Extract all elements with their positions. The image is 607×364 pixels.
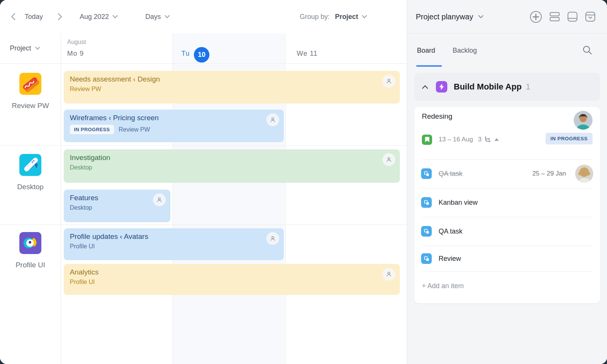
checklist-item-label[interactable]: QA task [439, 228, 462, 235]
event-subtitle: Desktop [70, 204, 164, 211]
checklist-item-label[interactable]: QA task [439, 170, 462, 178]
checklist-item[interactable]: Review [414, 246, 600, 271]
group-by-control[interactable]: Group by: Project [300, 0, 367, 33]
parrot-icon [0, 232, 61, 256]
person-icon[interactable] [266, 113, 279, 126]
event-subtitle: Review PW [70, 86, 394, 93]
grid-line [0, 63, 407, 64]
group-by-header[interactable]: Project [10, 33, 40, 63]
today-label: Today [25, 13, 43, 21]
zoom-scale-selector[interactable]: Days [145, 0, 170, 33]
event-subtitle: Review PW [119, 126, 150, 133]
event-subtitle: Profile UI [70, 243, 278, 250]
hotdog-icon [0, 73, 61, 96]
task-date-range[interactable]: 13 – 16 Aug [439, 136, 473, 143]
board-selector[interactable]: Project planyway [416, 0, 484, 33]
calendar-toolbar: Today Aug 2022 Days Group by: Project [0, 0, 407, 33]
chevron-left-icon [11, 13, 16, 20]
card-link-icon [421, 197, 432, 208]
checklist-item[interactable]: Kanban view [414, 188, 600, 217]
month-selector[interactable]: Aug 2022 [80, 0, 118, 33]
group-by-value: Project [335, 13, 358, 21]
group-label: Desktop [0, 183, 61, 191]
month-selector-value: Aug 2022 [80, 13, 109, 21]
card-link-icon [421, 168, 432, 179]
prev-period-button[interactable] [11, 0, 16, 33]
lightning-icon [436, 81, 447, 93]
timeline-calendar: Today Aug 2022 Days Group by: Project [0, 0, 407, 364]
event-needs-assessment[interactable]: Needs assessment ‹ Design Review PW [64, 71, 400, 104]
assignee-avatar[interactable] [574, 111, 593, 130]
plus-circle-icon[interactable] [530, 11, 542, 23]
subtasks-icon [484, 136, 491, 143]
month-label: August [67, 39, 86, 46]
scale-selector-value: Days [145, 13, 161, 21]
day-header-mo9[interactable]: Mo 9 [67, 50, 84, 58]
app-window: Today Aug 2022 Days Group by: Project [0, 0, 607, 364]
checklist-item-label[interactable]: Kanban view [439, 199, 478, 207]
tab-backlog[interactable]: Backlog [453, 47, 477, 55]
chevron-down-icon [112, 15, 118, 19]
group-label: Profile UI [0, 261, 61, 269]
card-link-icon [421, 253, 432, 264]
bookmark-icon [422, 135, 432, 145]
grid-line [0, 224, 407, 225]
divider [422, 271, 593, 272]
checklist-item-label[interactable]: Review [439, 255, 461, 263]
chevron-right-icon [58, 13, 63, 20]
event-title: Analytics [70, 268, 394, 276]
person-icon[interactable] [382, 75, 395, 88]
event-analytics[interactable]: Analytics Profile UI [64, 264, 400, 295]
sidebar-group-profile-ui[interactable]: Profile UI [0, 232, 61, 269]
chevron-down-icon [478, 15, 484, 19]
event-features[interactable]: Features Desktop [64, 190, 170, 222]
tab-board[interactable]: Board [417, 47, 435, 55]
add-item-button[interactable]: + Add an item [422, 282, 464, 290]
card-link-icon [421, 226, 432, 237]
panel-bottom-icon[interactable] [567, 11, 578, 22]
chevron-down-icon [35, 47, 40, 50]
event-investigation[interactable]: Investigation Desktop [64, 149, 400, 183]
day-header-we11[interactable]: We 11 [297, 50, 318, 58]
person-icon[interactable] [153, 193, 166, 206]
event-title: Wireframes ‹ Pricing screen [70, 114, 278, 122]
grid-line [61, 33, 61, 364]
today-button[interactable]: Today [25, 0, 43, 33]
event-profile-updates[interactable]: Profile updates ‹ Avatars Profile UI [64, 228, 284, 260]
group-by-label: Group by: [300, 13, 330, 21]
chevron-up-icon[interactable] [422, 85, 428, 89]
status-badge[interactable]: IN PROGRESS [546, 133, 593, 144]
day-header-tu[interactable]: Tu [181, 50, 190, 58]
event-subtitle: Profile UI [70, 279, 394, 286]
task-title[interactable]: Redesing [422, 112, 452, 121]
event-title: Investigation [70, 154, 394, 162]
next-period-button[interactable] [58, 0, 63, 33]
group-header-label: Project [10, 44, 31, 52]
event-subtitle: Desktop [70, 164, 394, 171]
board-selector-value: Project planyway [416, 13, 473, 21]
list-group-title: Build Mobile App [454, 82, 522, 92]
grid-line [0, 145, 407, 146]
status-badge: IN PROGRESS [70, 125, 114, 134]
person-icon[interactable] [382, 268, 395, 281]
board-panel: Project planyway Board Backlog Build Mob… [407, 0, 607, 364]
today-date-badge[interactable]: 10 [194, 47, 209, 63]
event-wireframes[interactable]: Wireframes ‹ Pricing screen IN PROGRESS … [64, 110, 284, 142]
collapse-panel-icon[interactable] [585, 11, 596, 22]
list-group-header[interactable]: Build Mobile App 1 [414, 73, 600, 101]
chevron-down-icon [362, 15, 367, 19]
search-icon[interactable] [582, 45, 593, 57]
checklist-item[interactable]: QA task 25 – 29 Jan [414, 159, 600, 188]
checklist-item-dates: 25 – 29 Jan [532, 170, 566, 177]
sidebar-group-review-pw[interactable]: Review PW [0, 73, 61, 110]
person-icon[interactable] [266, 232, 279, 245]
subtask-count: 3 [478, 136, 481, 143]
rows-icon[interactable] [549, 11, 560, 22]
task-card[interactable]: Redesing 13 – 16 Aug 3 IN PROGRESS [414, 107, 600, 303]
assignee-avatar[interactable] [575, 165, 593, 183]
sidebar-group-desktop[interactable]: Desktop [0, 154, 61, 191]
person-icon[interactable] [382, 153, 395, 166]
checklist-item[interactable]: QA task [414, 217, 600, 246]
event-title: Features [70, 194, 164, 202]
triangle-up-icon[interactable] [494, 136, 499, 143]
